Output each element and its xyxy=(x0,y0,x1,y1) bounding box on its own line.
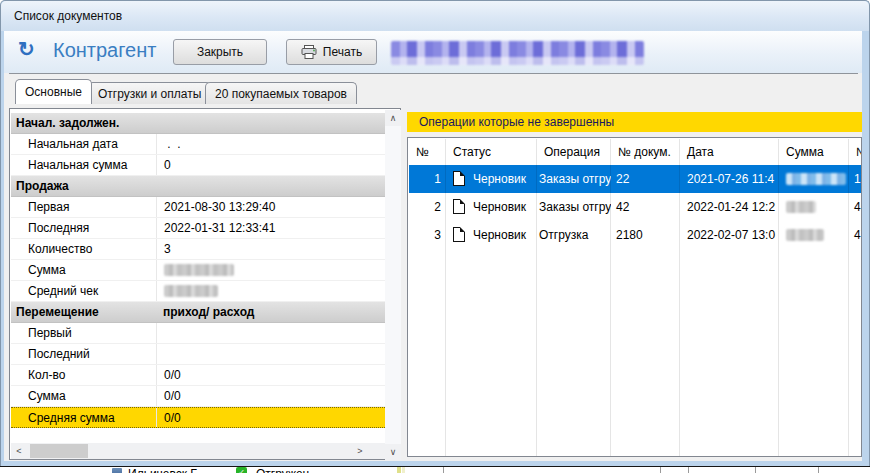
scroll-right-button[interactable]: > xyxy=(352,443,368,459)
property-value: 3 xyxy=(156,239,385,259)
column-header[interactable]: Дата xyxy=(680,139,779,165)
scrollbar-thumb[interactable] xyxy=(30,444,88,458)
table-cell: 45 xyxy=(849,193,862,221)
property-value xyxy=(156,281,385,301)
table-cell xyxy=(779,221,849,249)
property-label: Первая xyxy=(11,197,156,217)
table-cell: Черновик xyxy=(446,193,537,221)
tab-main[interactable]: Основные xyxy=(15,79,92,104)
property-section-row[interactable]: Продажа xyxy=(11,176,385,197)
vertical-scrollbar[interactable]: ∧ ∨ xyxy=(385,110,401,460)
scroll-left-button[interactable]: < xyxy=(11,443,27,459)
property-row[interactable]: Средний чек xyxy=(11,281,385,302)
property-grid: Начал. задолжен.Начальная дата . .Началь… xyxy=(11,110,385,443)
tab-top-products[interactable]: 20 покупаемых товаров xyxy=(205,82,357,104)
column-header[interactable]: Операция xyxy=(537,139,611,165)
shipment-status: Отгружен xyxy=(256,467,309,473)
tab-shipments-payments[interactable]: Отгрузки и оплаты xyxy=(88,82,211,104)
property-value xyxy=(156,344,385,364)
table-row[interactable]: 3ЧерновикОтгрузка21802022-02-07 13:047 xyxy=(409,221,862,249)
property-row[interactable]: Количество3 xyxy=(11,239,385,260)
title-bar[interactable]: Список документов xyxy=(1,1,869,31)
tab-label: Отгрузки и оплаты xyxy=(98,87,201,101)
column-separator xyxy=(818,467,819,473)
table-cell: 2180 xyxy=(611,221,680,249)
property-section-row[interactable]: Перемещениеприход/ расход xyxy=(11,302,385,323)
print-button[interactable]: Печать xyxy=(286,39,377,65)
background-window-row: Ильичевск Б ✓ Отгружен xyxy=(0,466,870,473)
column-separator xyxy=(660,467,661,473)
column-header[interactable]: № xyxy=(849,139,862,165)
table-row[interactable]: 1ЧерновикЗаказы отгру222021-07-26 11:417 xyxy=(409,165,862,193)
table-cell: 42 xyxy=(611,193,680,221)
property-row[interactable]: Последний xyxy=(11,344,385,365)
property-row[interactable]: Средняя сумма0/0 xyxy=(11,407,385,428)
table-cell: 2022-02-07 13:0 xyxy=(680,221,779,249)
property-value xyxy=(156,113,385,133)
property-label: Начал. задолжен. xyxy=(11,113,156,133)
shipped-check-icon: ✓ xyxy=(236,467,247,473)
redacted-sum xyxy=(786,201,816,213)
column-header[interactable]: № докум. xyxy=(611,139,680,165)
property-value: 2022-01-31 12:33:41 xyxy=(156,218,385,238)
close-button-label: Закрыть xyxy=(197,45,243,59)
horizontal-scrollbar[interactable]: < > xyxy=(11,443,385,459)
operations-table-header: №СтатусОперация№ докум.ДатаСумма№ xyxy=(409,139,862,165)
property-label: Перемещение xyxy=(11,302,156,322)
grid-line xyxy=(679,139,680,457)
scroll-down-button[interactable]: ∨ xyxy=(385,444,401,460)
property-value: 0/0 xyxy=(156,408,385,427)
table-cell: 2022-01-24 12:2 xyxy=(680,193,779,221)
column-separator xyxy=(755,467,756,473)
property-label: Последний xyxy=(11,344,156,364)
header-band: ↻ Контрагент Закрыть Печать xyxy=(4,31,862,73)
grid-line xyxy=(445,139,446,457)
property-label: Начальная сумма xyxy=(11,155,156,175)
table-cell: 2021-07-26 11:4 xyxy=(680,165,779,193)
counterparty-name: Ильичевск Б xyxy=(128,467,198,473)
column-header[interactable]: № xyxy=(409,139,446,165)
property-label: Сумма xyxy=(11,386,156,406)
scroll-up-button[interactable]: ∧ xyxy=(385,110,401,126)
property-section-row[interactable]: Начал. задолжен. xyxy=(11,113,385,134)
property-value xyxy=(156,260,385,280)
dialog-window: Список документов ↻ Контрагент Закрыть xyxy=(0,0,870,466)
page-title: Контрагент xyxy=(53,39,156,62)
print-button-label: Печать xyxy=(323,45,362,59)
property-value: приход/ расход xyxy=(156,302,385,322)
property-row[interactable]: Начальная дата . . xyxy=(11,134,385,155)
property-row[interactable]: Последняя2022-01-31 12:33:41 xyxy=(11,218,385,239)
property-label: Сумма xyxy=(11,260,156,280)
property-grid-panel: Начал. задолжен.Начальная дата . .Началь… xyxy=(9,108,401,460)
table-cell: Отгрузка xyxy=(537,221,611,249)
property-value: . . xyxy=(156,134,385,154)
property-value: 0 xyxy=(156,155,385,175)
property-row[interactable]: Первый xyxy=(11,323,385,344)
property-label: Количество xyxy=(11,239,156,259)
property-row[interactable]: Кол-во0/0 xyxy=(11,365,385,386)
property-label: Начальная дата xyxy=(11,134,156,154)
table-cell: Заказы отгру xyxy=(537,165,611,193)
refresh-icon[interactable]: ↻ xyxy=(18,37,35,61)
property-row[interactable]: Первая2021-08-30 13:29:40 xyxy=(11,197,385,218)
column-header[interactable]: Сумма xyxy=(779,139,849,165)
property-row[interactable]: Сумма xyxy=(11,260,385,281)
property-row[interactable]: Начальная сумма0 xyxy=(11,155,385,176)
table-cell: Черновик xyxy=(446,221,537,249)
property-label: Первый xyxy=(11,323,156,343)
counterparty-icon xyxy=(112,468,122,473)
property-value xyxy=(156,176,385,196)
printer-icon xyxy=(301,45,317,59)
table-row[interactable]: 2ЧерновикЗаказы отгру422022-01-24 12:245 xyxy=(409,193,862,221)
property-row[interactable]: Сумма0/0 xyxy=(11,386,385,407)
close-button[interactable]: Закрыть xyxy=(173,39,267,65)
property-label: Средняя сумма xyxy=(11,408,156,427)
screen: Список документов ↻ Контрагент Закрыть xyxy=(0,0,870,473)
table-cell: 22 xyxy=(611,165,680,193)
column-header[interactable]: Статус xyxy=(446,139,537,165)
table-cell: 1 xyxy=(409,165,446,193)
property-value: 0/0 xyxy=(156,365,385,385)
table-cell: 3 xyxy=(409,221,446,249)
operations-table-body: 1ЧерновикЗаказы отгру222021-07-26 11:417… xyxy=(409,165,862,457)
property-value: 0/0 xyxy=(156,386,385,406)
